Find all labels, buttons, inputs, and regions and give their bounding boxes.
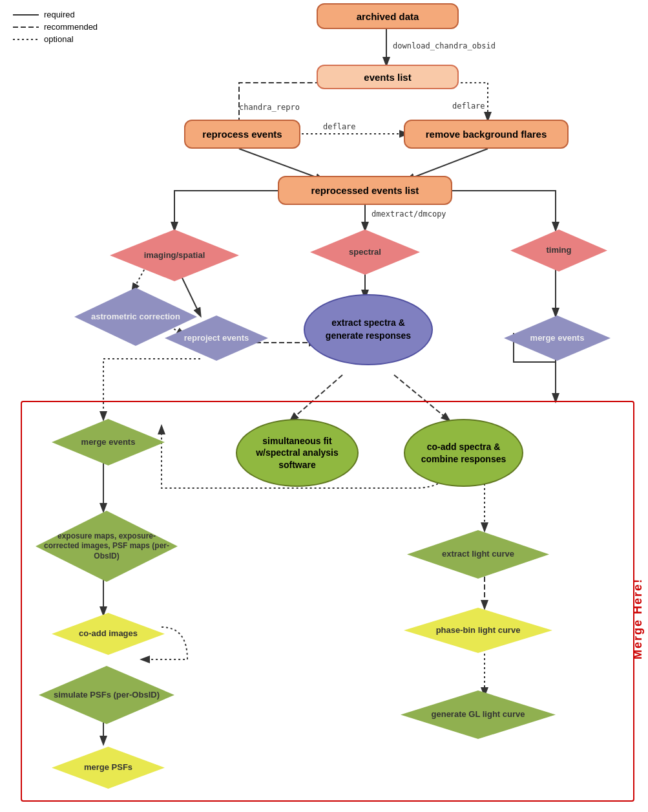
- legend-recommended-label: recommended: [44, 22, 98, 32]
- simulate-psf-node: simulate PSFs (per-ObsID): [39, 666, 174, 724]
- events-list-node: events list: [317, 65, 459, 89]
- spectral-node: spectral: [310, 230, 420, 275]
- extract-light-curve-node: extract light curve: [407, 530, 549, 579]
- merge-events-top-node: merge events: [504, 315, 611, 361]
- svg-text:deflare: deflare: [323, 122, 356, 131]
- merge-psfs-node: merge PSFs: [52, 747, 165, 789]
- legend-required-label: required: [44, 10, 75, 19]
- simultaneous-fit-node: simultaneous fit w/spectral analysis sof…: [236, 419, 359, 487]
- coadd-spectra-node: co-add spectra & combine responses: [404, 419, 523, 487]
- reproject-events-node: reproject events: [165, 315, 268, 361]
- phase-bin-node: phase-bin light curve: [404, 608, 552, 653]
- reprocess-events-node: reprocess events: [184, 120, 300, 149]
- svg-text:dmextract/dmcopy: dmextract/dmcopy: [371, 209, 446, 219]
- archived-data-node: archived data: [317, 3, 459, 29]
- download-label: download_chandra_obsid: [393, 41, 496, 50]
- merge-events-bottom-node: merge events: [52, 419, 165, 465]
- legend-optional-label: optional: [44, 34, 74, 44]
- timing-node: timing: [510, 230, 607, 272]
- legend-recommended: recommended: [13, 22, 98, 32]
- diagram-container: required recommended optional: [0, 0, 648, 812]
- extract-spectra-node: extract spectra & generate responses: [304, 294, 433, 365]
- svg-line-8: [239, 149, 323, 180]
- coadd-images-node: co-add images: [52, 613, 165, 655]
- legend-required: required: [13, 10, 98, 19]
- generate-gl-node: generate GL light curve: [401, 690, 556, 739]
- svg-text:chandra_repro: chandra_repro: [239, 103, 300, 112]
- legend-optional: optional: [13, 34, 98, 44]
- svg-line-9: [407, 149, 488, 180]
- svg-text:deflare: deflare: [452, 102, 485, 111]
- merge-here-label: Merge Here!: [631, 465, 645, 659]
- remove-bg-flares-node: remove background flares: [404, 120, 569, 149]
- reprocessed-events-node: reprocessed events list: [278, 176, 452, 205]
- legend: required recommended optional: [13, 10, 98, 47]
- exposure-maps-node: exposure maps, exposure-corrected images…: [36, 511, 178, 582]
- imaging-spatial-node: imaging/spatial: [110, 230, 239, 281]
